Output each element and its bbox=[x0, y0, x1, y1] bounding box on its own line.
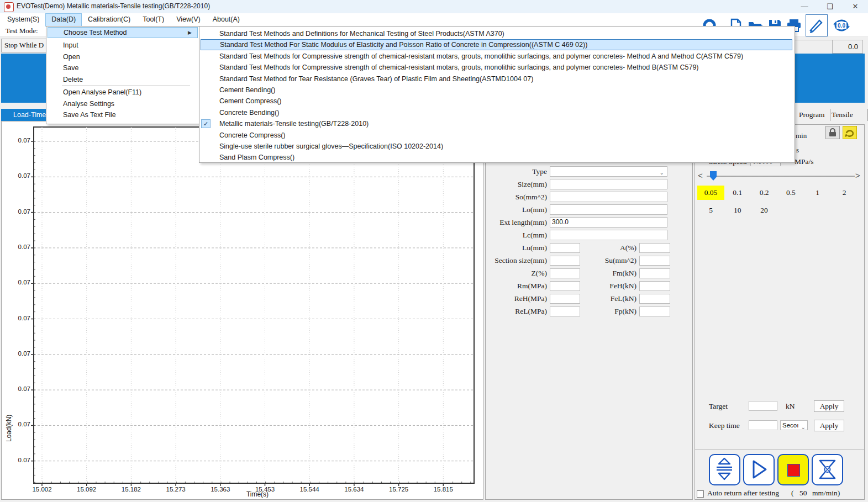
tab-program[interactable]: Program bbox=[794, 109, 830, 121]
x-tick-label: 15.002 bbox=[23, 486, 61, 493]
test-method-item[interactable]: Cement Bending() bbox=[201, 84, 792, 96]
menu-item-input[interactable]: Input bbox=[48, 40, 198, 51]
slider-right-arrow[interactable]: > bbox=[855, 171, 860, 180]
speed-option[interactable]: 0.05 bbox=[697, 186, 724, 200]
menu-item-delete[interactable]: Delete bbox=[48, 74, 198, 85]
test-method-item[interactable]: Standard Test Method for Tear Resistance… bbox=[201, 73, 792, 84]
form-input-lo-mm-[interactable] bbox=[550, 204, 667, 215]
form-input-rm-mpa-[interactable] bbox=[550, 281, 580, 291]
run-button[interactable] bbox=[743, 454, 775, 485]
test-method-item[interactable]: Single-use sterile rubber surgical glove… bbox=[201, 141, 792, 152]
menu-item-choose-test-method[interactable]: Choose Test Method ▶ bbox=[48, 27, 198, 38]
test-method-item[interactable]: Concrete Compress() bbox=[201, 130, 792, 141]
loop-button[interactable] bbox=[843, 126, 857, 139]
speed-option[interactable]: 10 bbox=[724, 203, 751, 218]
stop-button[interactable] bbox=[777, 454, 809, 485]
y-tick-label: 0.07 bbox=[5, 421, 30, 427]
form-input-z-[interactable] bbox=[550, 268, 580, 278]
x-tick-label: 15.544 bbox=[290, 486, 329, 493]
speed-option[interactable]: 5 bbox=[697, 203, 724, 218]
speed-option[interactable]: 0.1 bbox=[724, 186, 751, 200]
slider-left-arrow[interactable]: < bbox=[698, 171, 703, 180]
x-tick-label: 15.092 bbox=[67, 486, 106, 493]
test-method-item[interactable]: Metallic materials-Tensile testing(GB/T2… bbox=[201, 118, 792, 129]
tab-tensile-test[interactable]: Tensile Test bbox=[827, 109, 868, 121]
form-input-lc-mm-[interactable] bbox=[550, 230, 667, 240]
menu-item-save-as-text-file[interactable]: Save As Text File bbox=[48, 109, 198, 120]
form-input-rel-mpa-[interactable] bbox=[550, 307, 580, 316]
form-input-ext-length-mm-[interactable]: 300.0 bbox=[550, 217, 667, 228]
return-button[interactable] bbox=[812, 454, 843, 485]
controls-separator bbox=[695, 449, 864, 450]
speed-slider-track[interactable] bbox=[707, 176, 855, 177]
test-method-item[interactable]: Standard Test Method For Static Modulus … bbox=[201, 39, 792, 50]
keep-time-unit-select[interactable]: Secoı ⌄ bbox=[780, 420, 808, 430]
maximize-button[interactable]: ❑ bbox=[817, 0, 843, 13]
zero-return-icon[interactable]: 0.0 bbox=[830, 17, 853, 34]
menu-calibrationc[interactable]: Calibration(C) bbox=[82, 13, 136, 27]
lock-button[interactable] bbox=[825, 126, 840, 139]
menu-item-analyse-settings[interactable]: Analyse Settings bbox=[48, 98, 198, 109]
readout-cell-empty bbox=[794, 40, 834, 55]
target-input[interactable] bbox=[749, 401, 777, 411]
menu-item-open[interactable]: Open bbox=[48, 51, 198, 62]
keep-time-apply-button[interactable]: Apply bbox=[814, 420, 844, 431]
form-label: So(mm^2) bbox=[464, 193, 547, 202]
test-method-item[interactable]: Concrete Bending() bbox=[201, 107, 792, 118]
speed-option[interactable]: 1 bbox=[804, 186, 831, 200]
y-tick-label: 0.07 bbox=[5, 244, 30, 250]
form-input-a-[interactable] bbox=[639, 243, 670, 253]
target-label: Target bbox=[709, 402, 728, 411]
form-label: FeH(kN) bbox=[581, 282, 636, 290]
test-method-item[interactable]: Standard Test Methods for Compressive st… bbox=[201, 62, 792, 73]
menu-item-save[interactable]: Save bbox=[48, 62, 198, 73]
keep-time-input[interactable] bbox=[749, 420, 777, 430]
form-label: Su(mm^2) bbox=[581, 256, 636, 265]
speed-option[interactable]: 0.5 bbox=[777, 186, 804, 200]
y-tick-label: 0.07 bbox=[5, 385, 30, 392]
form-input-so-mm-2-[interactable] bbox=[550, 192, 667, 202]
speed-option[interactable]: 2 bbox=[831, 186, 858, 200]
speed-option[interactable]: 0.2 bbox=[751, 186, 778, 200]
menu-item-open-analyse-panel-f11-[interactable]: Open Analyse Panel(F11) bbox=[48, 87, 198, 98]
form-label: Fp(kN) bbox=[581, 307, 636, 316]
speed-option[interactable]: 20 bbox=[751, 203, 778, 218]
form-input-reh-mpa-[interactable] bbox=[550, 294, 580, 304]
target-apply-button[interactable]: Apply bbox=[814, 400, 844, 412]
form-input-su-mm-2-[interactable] bbox=[639, 256, 670, 266]
form-input-fel-kn-[interactable] bbox=[639, 294, 670, 304]
menu-abouta[interactable]: About(A) bbox=[207, 13, 246, 27]
form-input-feh-kn-[interactable] bbox=[639, 281, 670, 291]
close-button[interactable]: ✕ bbox=[843, 0, 868, 13]
test-method-item[interactable]: Sand Plasm Compress() bbox=[201, 152, 792, 163]
test-method-item[interactable]: Standard Test Methods and Definitions fo… bbox=[201, 28, 792, 39]
form-input-fm-kn-[interactable] bbox=[639, 268, 670, 278]
jog-updown-icon bbox=[710, 455, 739, 484]
x-tick-label: 15.725 bbox=[380, 486, 418, 493]
form-input-fp-kn-[interactable] bbox=[639, 307, 670, 316]
loop-icon bbox=[843, 126, 856, 139]
test-method-item[interactable]: Standard Test Methods for Compressive st… bbox=[201, 51, 792, 62]
form-label: ReH(MPa) bbox=[464, 294, 547, 303]
form-label: Section size(mm) bbox=[464, 256, 547, 265]
menu-systems[interactable]: System(S) bbox=[1, 13, 45, 27]
form-label: Lu(mm) bbox=[464, 244, 547, 252]
minimize-button[interactable]: — bbox=[792, 0, 817, 13]
menu-toolt[interactable]: Tool(T) bbox=[136, 13, 170, 27]
auto-return-checkbox[interactable] bbox=[697, 490, 704, 498]
form-input-type[interactable]: ⌄ bbox=[550, 166, 667, 177]
form-input-lu-mm-[interactable] bbox=[550, 243, 580, 253]
form-input-section-size-mm-[interactable] bbox=[550, 256, 580, 266]
edit-pencil-button[interactable] bbox=[806, 14, 828, 36]
form-label: Ext length(mm) bbox=[464, 218, 547, 227]
y-tick-label: 0.07 bbox=[5, 137, 30, 144]
application-window: EVOTest(Demo) Metallic materials-Tensile… bbox=[0, 0, 868, 502]
test-mode-label: Test Mode: bbox=[6, 27, 38, 35]
form-input-size-mm-[interactable] bbox=[550, 179, 667, 189]
jog-updown-button[interactable] bbox=[709, 454, 740, 485]
tab-load-time[interactable]: Load-Time bbox=[1, 109, 48, 121]
test-method-item[interactable]: Cement Compress() bbox=[201, 96, 792, 107]
menu-viewv[interactable]: View(V) bbox=[170, 13, 207, 27]
menu-datad[interactable]: Data(D) bbox=[45, 13, 82, 27]
app-logo-icon bbox=[4, 2, 14, 12]
